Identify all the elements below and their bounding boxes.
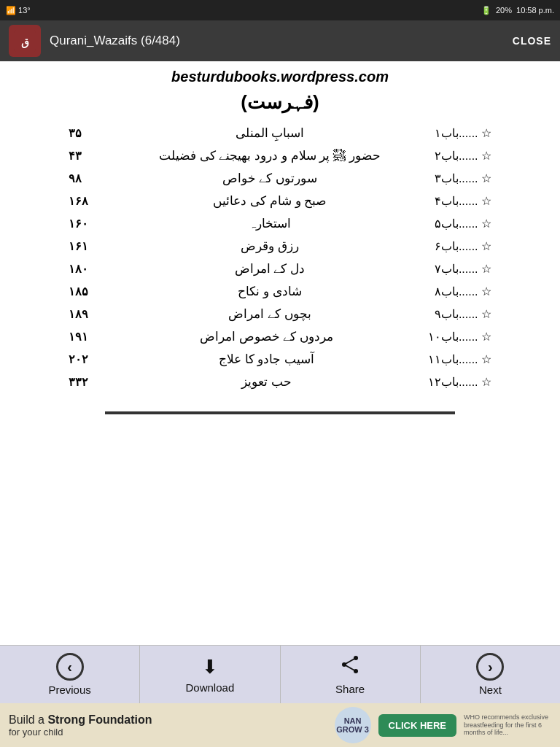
chapter-title: آسیب جادو کا علاج [105,352,428,367]
toc-row: ☆ ......باب۱۰ مردوں کے خصوص امراض ۱۹۱ [69,329,491,344]
star-chapter: ☆ ......باب۱۱ [428,352,491,366]
app-bar: ق Qurani_Wazaifs (6/484) CLOSE [0,20,560,61]
close-button[interactable]: CLOSE [513,35,551,47]
table-title: (فہرست) [241,91,319,114]
ad-text: Build a Strong Foundation for your child [9,713,327,738]
status-bar: 📶 13° 🔋 20% 10:58 p.m. [0,0,560,20]
star-chapter: ☆ ......باب۶ [435,239,491,253]
previous-button[interactable]: ‹ Previous [0,646,140,703]
page-num: ۹۸ [69,171,105,185]
toc-row: ☆ ......باب۳ سورتوں کے خواص ۹۸ [69,171,491,186]
chapter-title: صبح و شام کی دعائیں [105,193,435,209]
previous-label: Previous [48,684,90,696]
chapter-title: حضور ﷺ پر سلام و درود بھیجنے کی فضیلت [105,148,435,163]
status-icons: 📶 13° [6,6,31,15]
next-button[interactable]: › Next [421,646,560,703]
star-chapter: ☆ ......باب۱۲ [428,375,491,389]
share-label: Share [335,683,365,695]
svg-text:ق: ق [21,36,29,49]
ad-main-text: Build a Strong Foundation [9,713,327,727]
download-button[interactable]: ⬇ Download [140,646,280,703]
page-num: ۲۰۲ [69,352,105,366]
toc-row: ☆ ......باب۴ صبح و شام کی دعائیں ۱۶۸ [69,193,491,209]
page-num: ۴۳ [69,149,105,163]
chapter-title: مردوں کے خصوص امراض [105,329,428,344]
next-label: Next [479,684,502,696]
star-chapter: ☆ ......باب۱ [435,126,491,140]
chapter-title: شادی و نکاح [105,284,435,299]
ad-banner: Build a Strong Foundation for your child… [0,703,560,747]
app-logo: ق [9,25,41,57]
share-button[interactable]: Share [281,646,421,703]
ad-sub-text: for your child [9,727,327,738]
previous-icon: ‹ [56,653,84,681]
star-chapter: ☆ ......باب۸ [435,285,491,298]
chapter-title: بچوں کے امراض [105,306,435,322]
chapter-title: اسبابِ المنلی [105,125,435,141]
ad-bold: Strong Foundation [47,713,152,726]
website-url: besturdubooks.wordpress.com [171,69,389,85]
page-num: ۱۸۹ [69,307,105,321]
page-num: ۳۳۲ [69,375,105,389]
svg-line-6 [344,665,356,671]
ad-click-button[interactable]: CLICK HERE [378,714,456,737]
toc-row: ☆ ......باب۲ حضور ﷺ پر سلام و درود بھیجن… [69,148,491,163]
next-icon: › [476,653,504,681]
status-right: 🔋 20% 10:58 p.m. [481,6,554,15]
star-chapter: ☆ ......باب۴ [435,194,491,208]
content-area: besturdubooks.wordpress.com (فہرست) ☆ ..… [0,61,560,645]
toc-row: ☆ ......باب۱ اسبابِ المنلی ۳۵ [69,125,491,141]
status-left: 📶 13° [6,6,31,15]
toc-row: ☆ ......باب۷ دل کے امراض ۱۸۰ [69,261,491,276]
page-num: ۱۸۰ [69,262,105,276]
bottom-nav: ‹ Previous ⬇ Download Share › Next [0,645,560,703]
star-chapter: ☆ ......باب۳ [435,171,491,185]
page-num: ۱۶۱ [69,239,105,253]
toc-row: ☆ ......باب۹ بچوں کے امراض ۱۸۹ [69,306,491,322]
star-chapter: ☆ ......باب۹ [435,307,491,321]
page-num: ۱۸۵ [69,285,105,298]
star-chapter: ☆ ......باب۱۰ [428,330,491,344]
toc-row: ☆ ......باب۱۱ آسیب جادو کا علاج ۲۰۲ [69,352,491,367]
chapter-title: حب تعویز [105,374,428,390]
toc-row: ☆ ......باب۱۲ حب تعویز ۳۳۲ [69,374,491,390]
page-num: ۱۹۱ [69,330,105,344]
star-chapter: ☆ ......باب۷ [435,262,491,276]
page-num: ۱۶۸ [69,194,105,208]
download-icon: ⬇ [202,656,218,678]
battery-percent: 20% [496,6,512,15]
toc-table: ☆ ......باب۱ اسبابِ المنلی ۳۵ ☆ ......با… [69,125,491,397]
time-display: 10:58 p.m. [516,6,554,15]
toc-row: ☆ ......باب۵ استخارہ ۱۶۰ [69,216,491,231]
star-chapter: ☆ ......باب۲ [435,149,491,163]
star-chapter: ☆ ......باب۵ [435,217,491,231]
page-num: ۳۵ [69,126,105,140]
share-icon [340,654,360,680]
chapter-title: استخارہ [105,216,435,231]
download-label: Download [186,681,235,694]
ad-product-image: NAN GROW 3 [335,707,371,743]
chapter-title: رزق وقرض [105,239,435,254]
separator-line [105,411,455,414]
ad-small-text: WHO recommends exclusive breastfeeding f… [464,713,551,737]
toc-row: ☆ ......باب۶ رزق وقرض ۱۶۱ [69,239,491,254]
battery-icon: 🔋 [481,6,491,15]
svg-line-5 [344,658,356,665]
chapter-title: دل کے امراض [105,261,435,276]
chapter-title: سورتوں کے خواص [105,171,435,186]
toc-row: ☆ ......باب۸ شادی و نکاح ۱۸۵ [69,284,491,299]
page-num: ۱۶۰ [69,217,105,231]
app-title: Qurani_Wazaifs (6/484) [50,34,513,48]
